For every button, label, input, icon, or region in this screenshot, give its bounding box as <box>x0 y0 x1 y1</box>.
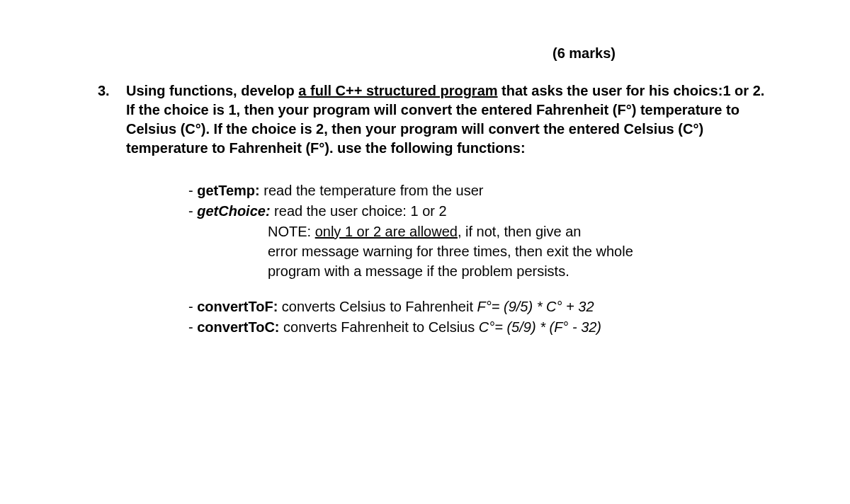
fn-formula: C°= (5/9) * (F° - 32) <box>479 319 601 335</box>
fn-desc: read the user choice: 1 or 2 <box>271 203 447 219</box>
functions-list: - getTemp: read the temperature from the… <box>188 181 765 338</box>
document-page: (6 marks) 3. Using functions, develop a … <box>0 0 850 338</box>
note-line-1: NOTE: only 1 or 2 are allowed, if not, t… <box>268 222 765 241</box>
function-gettemp: - getTemp: read the temperature from the… <box>188 181 765 201</box>
fn-name: convertToF: <box>197 299 278 314</box>
fn-name: convertToC: <box>197 319 279 335</box>
fn-name: getChoice: <box>197 203 270 219</box>
question-number: 3. <box>98 81 113 101</box>
fn-formula: F°= (9/5) * C° + 32 <box>477 299 594 314</box>
marks-label: (6 marks) <box>552 45 765 62</box>
fn-desc: converts Fahrenheit to Celsius <box>280 319 479 335</box>
fn-desc: read the temperature from the user <box>260 183 484 198</box>
question-text: Using functions, develop a full C++ stru… <box>126 81 765 158</box>
function-converttoc: - convertToC: converts Fahrenheit to Cel… <box>188 317 765 338</box>
function-getchoice: - getChoice: read the user choice: 1 or … <box>188 201 765 222</box>
note-line-3: program with a message if the problem pe… <box>268 261 765 281</box>
note-line-2: error message warning for three times, t… <box>268 241 765 261</box>
question-block: 3. Using functions, develop a full C++ s… <box>85 81 765 158</box>
note-block: NOTE: only 1 or 2 are allowed, if not, t… <box>268 222 765 281</box>
function-converttof: - convertToF: converts Celsius to Fahren… <box>188 297 765 317</box>
fn-name: getTemp: <box>197 183 260 198</box>
fn-desc: converts Celsius to Fahrenheit <box>278 299 477 314</box>
